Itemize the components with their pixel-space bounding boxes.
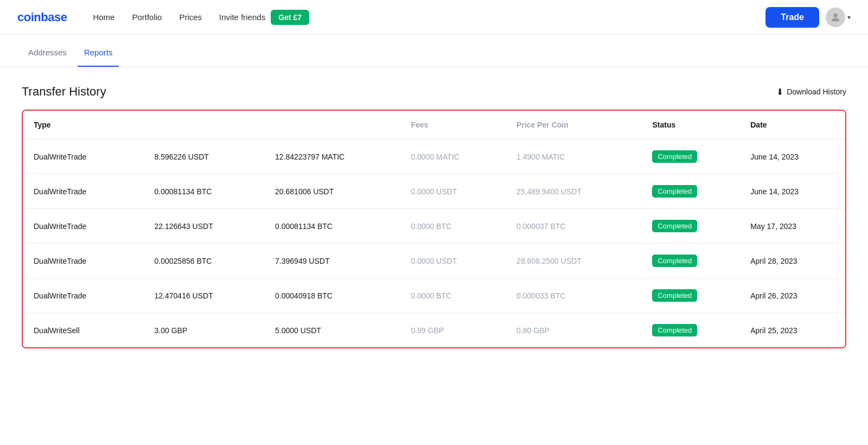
nav-portfolio[interactable]: Portfolio bbox=[132, 12, 162, 22]
cell-price: 0.000037 BTC bbox=[506, 209, 641, 244]
transfer-table: Type Fees Price Per Coin Status Date Dua… bbox=[23, 111, 845, 347]
cell-amount1: 12.470416 USDT bbox=[144, 278, 265, 313]
transfer-header: Transfer History ⬇ Download History bbox=[22, 85, 846, 99]
cell-date: April 25, 2023 bbox=[739, 313, 845, 348]
nav-prices[interactable]: Prices bbox=[179, 12, 202, 22]
cell-amount2: 7.396949 USDT bbox=[264, 244, 400, 278]
status-badge: Completed bbox=[652, 185, 697, 198]
cell-status: Completed bbox=[641, 313, 739, 348]
col-header-type: Type bbox=[23, 111, 144, 139]
status-badge: Completed bbox=[652, 220, 697, 232]
get-reward-button[interactable]: Get £7 bbox=[271, 10, 309, 25]
nav-invite-link[interactable]: Invite friends bbox=[219, 12, 265, 22]
col-header-fees: Fees bbox=[400, 111, 506, 139]
transfer-history-title: Transfer History bbox=[22, 85, 106, 99]
cell-price: 28,608.2500 USDT bbox=[506, 244, 641, 278]
col-header-amount1 bbox=[144, 111, 265, 139]
table-header-row: Type Fees Price Per Coin Status Date bbox=[23, 111, 845, 139]
cell-price: 0.80 GBP bbox=[506, 313, 641, 348]
status-badge: Completed bbox=[652, 289, 697, 302]
cell-amount1: 3.00 GBP bbox=[144, 313, 265, 348]
table-row: DualWriteTrade0.00081134 BTC20.681006 US… bbox=[23, 174, 845, 209]
table-row: DualWriteTrade22.126643 USDT0.00081134 B… bbox=[23, 209, 845, 244]
download-label: Download History bbox=[787, 87, 846, 96]
cell-fees: 0.0000 USDT bbox=[400, 244, 506, 278]
table-row: DualWriteTrade12.470416 USDT0.00040918 B… bbox=[23, 278, 845, 313]
cell-status: Completed bbox=[641, 278, 739, 313]
nav-links: Home Portfolio Prices Invite friends Get… bbox=[93, 10, 765, 25]
chevron-down-icon: ▾ bbox=[847, 14, 851, 21]
cell-amount1: 0.00081134 BTC bbox=[144, 174, 265, 209]
cell-amount2: 20.681006 USDT bbox=[264, 174, 400, 209]
trade-button[interactable]: Trade bbox=[765, 7, 819, 28]
cell-price: 1.4900 MATIC bbox=[506, 139, 641, 174]
cell-type: DualWriteTrade bbox=[23, 278, 144, 313]
cell-type: DualWriteSell bbox=[23, 313, 144, 348]
cell-amount2: 0.00040918 BTC bbox=[264, 278, 400, 313]
nav-home[interactable]: Home bbox=[93, 12, 114, 22]
svg-point-0 bbox=[833, 13, 837, 17]
nav-right: Trade ▾ bbox=[765, 7, 851, 28]
cell-amount2: 5.0000 USDT bbox=[264, 313, 400, 348]
cell-price: 25,489.9400 USDT bbox=[506, 174, 641, 209]
main-content: Transfer History ⬇ Download History Type… bbox=[0, 67, 868, 366]
cell-status: Completed bbox=[641, 244, 739, 278]
cell-date: May 17, 2023 bbox=[739, 209, 845, 244]
cell-fees: 0.99 GBP bbox=[400, 313, 506, 348]
navbar: coinbase Home Portfolio Prices Invite fr… bbox=[0, 0, 868, 35]
cell-fees: 0.0000 BTC bbox=[400, 278, 506, 313]
cell-amount1: 0.00025856 BTC bbox=[144, 244, 265, 278]
col-header-date: Date bbox=[739, 111, 845, 139]
tabs-bar: Addresses Reports bbox=[0, 39, 868, 67]
table-row: DualWriteTrade8.596226 USDT12.84223797 M… bbox=[23, 139, 845, 174]
col-header-status: Status bbox=[641, 111, 739, 139]
user-menu[interactable]: ▾ bbox=[826, 8, 851, 27]
cell-fees: 0.0000 MATIC bbox=[400, 139, 506, 174]
nav-invite: Invite friends Get £7 bbox=[219, 10, 309, 25]
cell-date: June 14, 2023 bbox=[739, 139, 845, 174]
download-icon: ⬇ bbox=[776, 87, 783, 97]
table-body: DualWriteTrade8.596226 USDT12.84223797 M… bbox=[23, 139, 845, 348]
cell-amount2: 0.00081134 BTC bbox=[264, 209, 400, 244]
status-badge: Completed bbox=[652, 324, 697, 336]
transfer-table-wrapper: Type Fees Price Per Coin Status Date Dua… bbox=[22, 110, 846, 348]
logo[interactable]: coinbase bbox=[17, 10, 67, 24]
download-history-button[interactable]: ⬇ Download History bbox=[776, 87, 846, 97]
cell-amount1: 22.126643 USDT bbox=[144, 209, 265, 244]
col-header-price: Price Per Coin bbox=[506, 111, 641, 139]
status-badge: Completed bbox=[652, 150, 697, 163]
cell-status: Completed bbox=[641, 209, 739, 244]
cell-type: DualWriteTrade bbox=[23, 139, 144, 174]
cell-date: June 14, 2023 bbox=[739, 174, 845, 209]
cell-type: DualWriteTrade bbox=[23, 209, 144, 244]
table-row: DualWriteSell3.00 GBP5.0000 USDT0.99 GBP… bbox=[23, 313, 845, 348]
cell-price: 0.000033 BTC bbox=[506, 278, 641, 313]
cell-amount2: 12.84223797 MATIC bbox=[264, 139, 400, 174]
cell-type: DualWriteTrade bbox=[23, 174, 144, 209]
cell-fees: 0.0000 USDT bbox=[400, 174, 506, 209]
col-header-amount2 bbox=[264, 111, 400, 139]
cell-type: DualWriteTrade bbox=[23, 244, 144, 278]
cell-date: April 26, 2023 bbox=[739, 278, 845, 313]
cell-status: Completed bbox=[641, 174, 739, 209]
cell-fees: 0.0000 BTC bbox=[400, 209, 506, 244]
table-row: DualWriteTrade0.00025856 BTC7.396949 USD… bbox=[23, 244, 845, 278]
cell-date: April 28, 2023 bbox=[739, 244, 845, 278]
tab-addresses[interactable]: Addresses bbox=[22, 39, 73, 67]
tab-reports[interactable]: Reports bbox=[78, 39, 119, 67]
cell-amount1: 8.596226 USDT bbox=[144, 139, 265, 174]
avatar bbox=[826, 8, 845, 27]
cell-status: Completed bbox=[641, 139, 739, 174]
status-badge: Completed bbox=[652, 255, 697, 267]
